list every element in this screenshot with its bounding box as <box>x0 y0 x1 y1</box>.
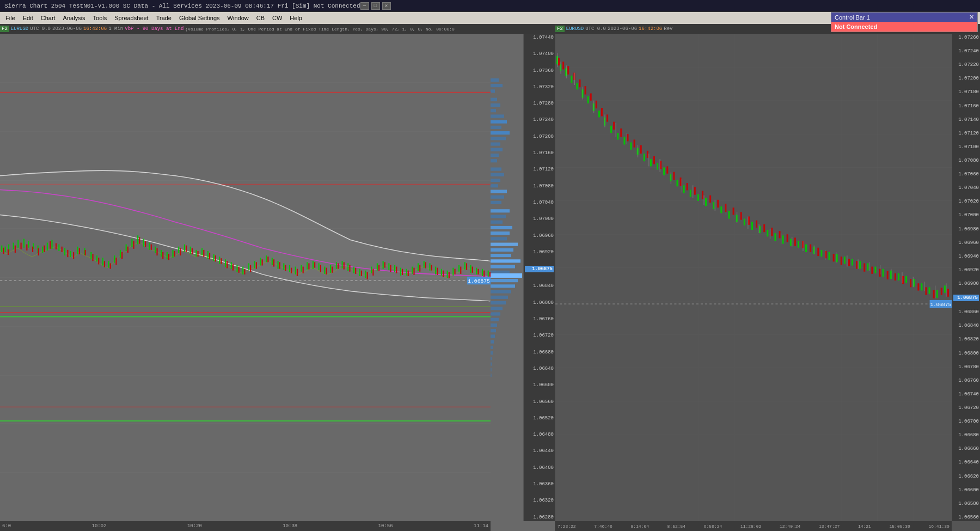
svg-rect-167 <box>372 269 373 276</box>
left-chart-canvas[interactable]: 1.06875 <box>0 34 491 521</box>
svg-rect-41 <box>126 245 127 251</box>
svg-rect-296 <box>736 215 738 222</box>
chart-timezone: UTC 0.0 <box>30 26 51 32</box>
svg-rect-376 <box>925 287 927 295</box>
title-bar: Sierra Chart 2504 TestN01-V1.000 SC Data… <box>0 0 980 12</box>
control-bar-title[interactable]: Control Bar 1 ✕ <box>831 13 977 22</box>
svg-rect-56 <box>213 254 215 261</box>
svg-rect-88 <box>400 268 401 276</box>
svg-rect-206 <box>491 167 501 170</box>
svg-rect-79 <box>347 263 348 271</box>
svg-rect-30 <box>58 245 59 251</box>
svg-rect-273 <box>582 89 584 97</box>
menu-tools[interactable]: Tools <box>90 14 111 22</box>
svg-rect-314 <box>874 267 876 273</box>
price-label-2: 1.07400 <box>525 51 554 57</box>
price-label-25: 1.06440 <box>525 448 554 454</box>
close-button[interactable]: ✕ <box>382 2 391 10</box>
menu-trade[interactable]: Trade <box>153 14 175 22</box>
svg-rect-119 <box>92 254 93 261</box>
svg-rect-323 <box>944 285 946 292</box>
price-label-15: 1.06840 <box>525 283 554 289</box>
svg-rect-339 <box>647 151 648 158</box>
svg-rect-371 <box>887 271 889 279</box>
svg-rect-180 <box>449 272 450 278</box>
svg-rect-74 <box>318 263 320 270</box>
left-chart-header: F2 EURUSD UTC 0.0 2023-06-06 16:42:06 1 … <box>0 24 555 34</box>
price-label-11: 1.07040 <box>525 200 554 205</box>
chart-left[interactable]: F2 EURUSD UTC 0.0 2023-06-06 16:42:06 1 … <box>0 24 555 531</box>
r-price-11: 1.07060 <box>953 172 979 177</box>
right-chart-timezone: UTC 0.0 <box>585 26 606 32</box>
menu-edit[interactable]: Edit <box>20 14 36 22</box>
control-bar-close-icon[interactable]: ✕ <box>969 14 974 21</box>
price-label-19: 1.06680 <box>525 350 554 355</box>
svg-rect-177 <box>431 265 432 270</box>
svg-rect-166 <box>367 272 368 279</box>
svg-rect-128 <box>145 241 146 247</box>
svg-rect-158 <box>320 265 321 272</box>
right-chart-symbol: EURUSD <box>566 26 584 32</box>
svg-rect-53 <box>195 250 197 257</box>
svg-rect-335 <box>620 129 622 137</box>
svg-rect-217 <box>491 231 510 235</box>
svg-rect-238 <box>491 346 493 349</box>
svg-rect-171 <box>396 267 397 273</box>
svg-rect-57 <box>219 257 220 264</box>
svg-rect-337 <box>634 139 635 147</box>
chart-time: 16:42:06 <box>83 26 107 32</box>
menu-chart[interactable]: Chart <box>38 14 59 22</box>
menu-file[interactable]: File <box>2 14 19 22</box>
menu-cw[interactable]: CW <box>269 14 285 22</box>
right-chart-time: 16:42:06 <box>639 26 662 32</box>
minimize-button[interactable]: ─ <box>360 2 369 10</box>
svg-rect-234 <box>491 324 497 327</box>
price-label-7: 1.07200 <box>525 134 554 139</box>
svg-rect-365 <box>841 257 842 265</box>
r-price-13: 1.07020 <box>953 199 979 204</box>
price-label-26: 1.06400 <box>525 465 554 471</box>
svg-rect-129 <box>151 245 152 250</box>
svg-rect-168 <box>378 265 379 271</box>
svg-rect-71 <box>301 265 302 271</box>
svg-rect-228 <box>491 290 511 294</box>
svg-rect-304 <box>798 241 799 248</box>
svg-rect-327 <box>573 73 575 80</box>
svg-rect-62 <box>248 263 249 270</box>
svg-rect-184 <box>472 267 473 273</box>
svg-rect-99 <box>464 262 465 269</box>
svg-rect-198 <box>491 120 507 124</box>
svg-rect-46 <box>155 247 156 253</box>
svg-rect-76 <box>330 265 331 272</box>
svg-rect-40 <box>120 250 121 258</box>
svg-rect-222 <box>491 259 520 263</box>
svg-rect-364 <box>833 254 835 261</box>
svg-rect-98 <box>458 265 460 271</box>
menu-spreadsheet[interactable]: Spreadsheet <box>111 14 151 22</box>
svg-rect-59 <box>231 262 232 268</box>
r-price-4: 1.07200 <box>953 76 979 81</box>
menu-cb[interactable]: CB <box>253 14 268 22</box>
menu-global-settings[interactable]: Global Settings <box>176 14 223 22</box>
svg-rect-113 <box>56 243 57 249</box>
r-price-22: 1.06840 <box>953 323 979 328</box>
svg-rect-209 <box>491 184 498 187</box>
svg-rect-100 <box>470 265 471 272</box>
svg-rect-75 <box>324 267 325 274</box>
menu-window[interactable]: Window <box>224 14 252 22</box>
menu-help[interactable]: Help <box>286 14 305 22</box>
r-price-33: 1.06620 <box>953 474 979 479</box>
r-time-1: 7:46:46 <box>594 524 612 529</box>
maximize-button[interactable]: □ <box>371 2 380 10</box>
svg-rect-289 <box>683 185 685 193</box>
svg-rect-138 <box>203 250 204 257</box>
chart-right[interactable]: F2 EURUSD UTC 0.0 2023-06-06 16:42:06 Re… <box>555 24 980 531</box>
volume-profile <box>491 34 523 521</box>
svg-rect-370 <box>879 269 881 277</box>
price-label-17: 1.06760 <box>525 316 554 322</box>
svg-rect-127 <box>139 237 140 243</box>
menu-analysis[interactable]: Analysis <box>60 14 89 22</box>
svg-rect-356 <box>771 228 773 236</box>
right-chart-canvas[interactable]: 1.06875 <box>555 34 952 521</box>
svg-rect-44 <box>143 239 144 246</box>
